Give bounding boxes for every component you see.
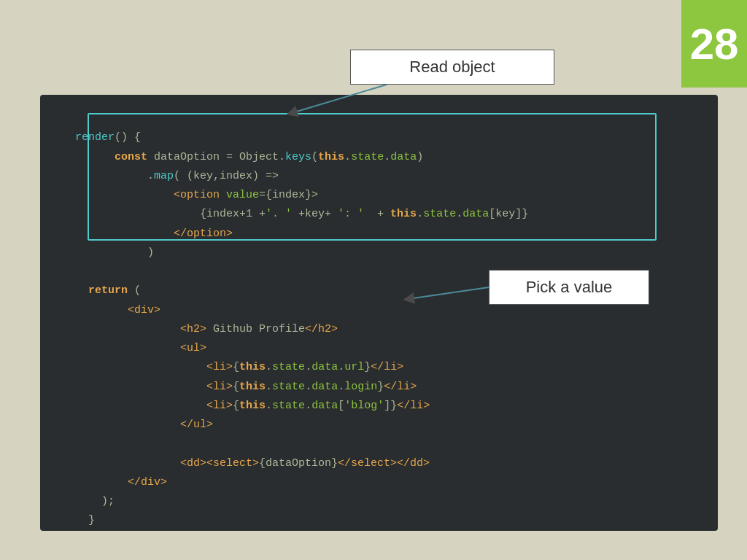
slide-number-badge: 28 [681,0,747,88]
code-block: render() { const dataOption = Object.key… [62,109,696,531]
code-panel: render() { const dataOption = Object.key… [40,95,718,531]
slide-number-text: 28 [690,19,739,69]
callout-read-object-label: Read object [409,58,495,77]
callout-read-object: Read object [350,50,554,85]
callout-pick-value: Pick a value [489,270,649,305]
callout-pick-value-label: Pick a value [526,278,613,297]
